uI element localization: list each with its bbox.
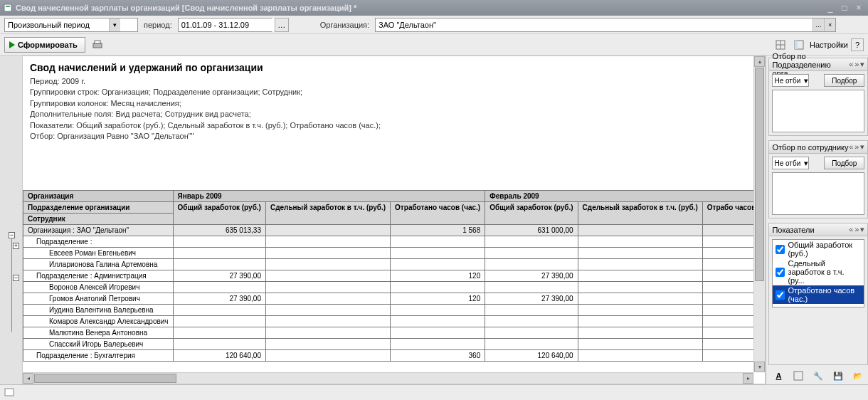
wrench-icon[interactable]: 🔧: [810, 368, 826, 384]
settings-button-label[interactable]: Настройки: [810, 41, 848, 49]
tree-collapse-icon[interactable]: −: [9, 232, 15, 238]
org-input[interactable]: [376, 19, 813, 31]
period-value-combo[interactable]: ▾: [178, 18, 272, 32]
employee-listbox[interactable]: [772, 172, 864, 215]
period-value-input[interactable]: [179, 19, 282, 31]
indicator-checkbox[interactable]: [776, 245, 785, 254]
chevron-down-icon: ▾: [860, 60, 864, 69]
filter-employee-panel-header[interactable]: Отбор по сотруднику «»▾: [769, 141, 867, 154]
chevron-down-icon[interactable]: ▾: [109, 19, 120, 31]
svg-rect-2: [93, 43, 102, 48]
chevron-down-icon[interactable]: ▾: [804, 76, 808, 85]
generate-button[interactable]: Сформировать: [4, 37, 85, 53]
svg-rect-9: [794, 372, 803, 380]
org-label: Организация:: [320, 21, 369, 29]
font-icon[interactable]: A: [771, 368, 786, 384]
table-row[interactable]: Громов Анатолий Петрович27 390,0012027 3…: [23, 293, 765, 305]
generate-button-label: Сформировать: [18, 41, 78, 49]
org-combo[interactable]: … ×: [375, 18, 836, 32]
tree-expand-icon[interactable]: +: [13, 243, 19, 249]
svg-rect-0: [4, 4, 11, 11]
period-mode-combo[interactable]: ▾: [4, 18, 138, 32]
minimize-button[interactable]: _: [824, 2, 837, 14]
table-row[interactable]: Воронов Алексей Игоревич: [23, 282, 765, 293]
indicator-item[interactable]: Общий заработок (руб.): [773, 240, 864, 258]
table-row[interactable]: Илларионова Галина Артемовна: [23, 259, 765, 270]
svg-rect-10: [5, 389, 14, 396]
table-row[interactable]: Организация : ЗАО "Дельтаон"635 013,331 …: [23, 225, 765, 236]
grid-icon[interactable]: [773, 37, 788, 53]
table-row[interactable]: Комаров Александр Александрович: [23, 316, 765, 327]
table-row[interactable]: Подразделение :: [23, 236, 765, 248]
svg-rect-1: [6, 6, 10, 7]
pick-button[interactable]: Подбор: [824, 157, 864, 169]
close-button[interactable]: ×: [852, 2, 865, 14]
indicators-list[interactable]: Общий заработок (руб.)Сдельный заработок…: [772, 239, 864, 307]
app-icon: [3, 3, 13, 13]
filter-dept-panel-header[interactable]: Отбор по Подразделению орга... «»▾: [769, 58, 867, 71]
period-label: период:: [144, 21, 172, 29]
layout-icon[interactable]: [791, 37, 807, 53]
table-icon[interactable]: [790, 368, 806, 384]
chevron-right-icon: »: [854, 60, 859, 69]
table-row[interactable]: Подразделение : Администрация27 390,0012…: [23, 270, 765, 282]
dept-listbox[interactable]: [772, 90, 864, 132]
window-title: Свод начисленной зарплаты организаций [С…: [16, 4, 822, 12]
horizontal-scrollbar[interactable]: ◂ ▸: [23, 372, 753, 384]
report-meta: Период: 2009 г. Группировки строк: Орган…: [30, 76, 758, 142]
table-row[interactable]: Подразделение : Бухгалтерия120 640,00360…: [23, 350, 765, 362]
play-icon: [9, 41, 15, 48]
chevron-left-icon: «: [849, 60, 853, 69]
tree-gutter: − + −: [0, 56, 23, 384]
status-icon: [4, 388, 14, 398]
indicator-item[interactable]: Сдельный заработок в т.ч. (ру...: [773, 258, 864, 285]
table-row[interactable]: Малютина Венера Антоновна: [23, 327, 765, 339]
filter-mode-combo[interactable]: ▾: [772, 157, 809, 169]
table-row[interactable]: Евсеев Роман Евгеньевич: [23, 248, 765, 259]
filter-mode-combo[interactable]: ▾: [772, 74, 809, 87]
indicator-checkbox[interactable]: [776, 268, 785, 277]
indicators-panel-header[interactable]: Показатели «»▾: [769, 223, 867, 236]
period-mode-input[interactable]: [5, 19, 109, 31]
chevron-down-icon[interactable]: ▾: [804, 159, 808, 168]
maximize-button[interactable]: □: [838, 2, 851, 14]
save-icon[interactable]: 💾: [830, 368, 846, 384]
table-row[interactable]: Спасский Игорь Валерьевич: [23, 339, 765, 350]
period-picker-button[interactable]: …: [275, 18, 289, 32]
clear-icon[interactable]: ×: [824, 19, 835, 31]
help-icon[interactable]: ?: [851, 38, 864, 51]
svg-rect-3: [95, 41, 100, 43]
ellipsis-icon[interactable]: …: [813, 19, 824, 31]
print-icon[interactable]: [90, 37, 105, 53]
report-grid: ОрганизацияЯнварь 2009Февраль 2009Подраз…: [23, 190, 765, 362]
indicator-item[interactable]: Отработано часов (час.): [773, 285, 864, 304]
load-icon[interactable]: 📂: [850, 368, 866, 384]
pick-button[interactable]: Подбор: [824, 74, 864, 87]
report-title: Свод начислений и удержаний по организац…: [30, 62, 758, 73]
svg-rect-8: [795, 41, 798, 49]
indicator-checkbox[interactable]: [776, 290, 785, 300]
tree-collapse-icon[interactable]: −: [13, 275, 19, 281]
vertical-scrollbar[interactable]: ▴ ▾: [753, 56, 765, 372]
table-row[interactable]: Иудина Валентина Валерьевна: [23, 305, 765, 316]
